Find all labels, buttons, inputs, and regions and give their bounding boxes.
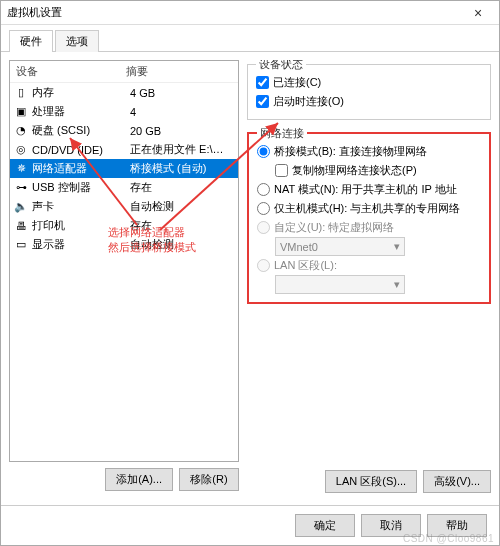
bridge-label: 桥接模式(B): 直接连接物理网络: [274, 144, 427, 159]
device-summary: 正在使用文件 E:\镜像\CentO...: [130, 142, 234, 157]
device-icon: ▣: [14, 105, 28, 119]
lan-label: LAN 区段(L):: [274, 258, 337, 273]
network-title: 网络连接: [257, 126, 307, 141]
advanced-button[interactable]: 高级(V)...: [423, 470, 491, 493]
replicate-checkbox[interactable]: [275, 164, 288, 177]
bridge-radio[interactable]: [257, 145, 270, 158]
vmnet-select: VMnet0 ▾: [275, 237, 405, 256]
help-button[interactable]: 帮助: [427, 514, 487, 537]
col-summary: 摘要: [120, 61, 238, 82]
nat-label: NAT 模式(N): 用于共享主机的 IP 地址: [274, 182, 457, 197]
lan-seg-button[interactable]: LAN 区段(S)...: [325, 470, 417, 493]
tab-hardware[interactable]: 硬件: [9, 30, 53, 52]
device-name: 硬盘 (SCSI): [32, 123, 126, 138]
custom-radio[interactable]: [257, 221, 270, 234]
device-name: CD/DVD (IDE): [32, 144, 126, 156]
connected-checkbox[interactable]: [256, 76, 269, 89]
device-row[interactable]: ▯内存4 GB: [10, 83, 238, 102]
device-name: USB 控制器: [32, 180, 126, 195]
device-status-group: 设备状态 已连接(C) 启动时连接(O): [247, 64, 491, 120]
device-summary: 4: [130, 106, 234, 118]
chevron-down-icon: ▾: [394, 278, 400, 291]
cancel-button[interactable]: 取消: [361, 514, 421, 537]
vmnet-value: VMnet0: [280, 241, 318, 253]
device-icon: ✵: [14, 162, 28, 176]
device-icon: 🖶: [14, 219, 28, 233]
custom-label: 自定义(U): 特定虚拟网络: [274, 220, 394, 235]
device-row[interactable]: ✵网络适配器桥接模式 (自动): [10, 159, 238, 178]
device-summary: 4 GB: [130, 87, 234, 99]
device-icon: ◔: [14, 124, 28, 138]
device-name: 处理器: [32, 104, 126, 119]
device-summary: 自动检测: [130, 199, 234, 214]
device-name: 打印机: [32, 218, 126, 233]
custom-row[interactable]: 自定义(U): 特定虚拟网络: [257, 218, 481, 237]
settings-panel: 设备状态 已连接(C) 启动时连接(O) 网络连接 桥接模式(B): 直接连接物…: [247, 60, 491, 497]
hardware-panel: 设备 摘要 ▯内存4 GB▣处理器4◔硬盘 (SCSI)20 GB◎CD/DVD…: [9, 60, 239, 497]
lan-row[interactable]: LAN 区段(L):: [257, 256, 481, 275]
device-row[interactable]: 🔈声卡自动检测: [10, 197, 238, 216]
content-area: 设备 摘要 ▯内存4 GB▣处理器4◔硬盘 (SCSI)20 GB◎CD/DVD…: [1, 52, 499, 505]
close-icon[interactable]: ×: [463, 5, 493, 21]
chevron-down-icon: ▾: [394, 240, 400, 253]
replicate-row[interactable]: 复制物理网络连接状态(P): [275, 161, 481, 180]
device-row[interactable]: 🖶打印机存在: [10, 216, 238, 235]
lan-select: ▾: [275, 275, 405, 294]
right-button-bar: LAN 区段(S)... 高级(V)...: [247, 470, 491, 497]
bridge-row[interactable]: 桥接模式(B): 直接连接物理网络: [257, 142, 481, 161]
window-title: 虚拟机设置: [7, 5, 62, 20]
titlebar: 虚拟机设置 ×: [1, 1, 499, 25]
hostonly-row[interactable]: 仅主机模式(H): 与主机共享的专用网络: [257, 199, 481, 218]
device-name: 网络适配器: [32, 161, 126, 176]
device-list: 设备 摘要 ▯内存4 GB▣处理器4◔硬盘 (SCSI)20 GB◎CD/DVD…: [9, 60, 239, 462]
hostonly-radio[interactable]: [257, 202, 270, 215]
connect-power-row[interactable]: 启动时连接(O): [256, 92, 482, 111]
nat-radio[interactable]: [257, 183, 270, 196]
ok-button[interactable]: 确定: [295, 514, 355, 537]
left-button-bar: 添加(A)... 移除(R): [9, 462, 239, 497]
device-row[interactable]: ▣处理器4: [10, 102, 238, 121]
status-title: 设备状态: [256, 60, 306, 72]
remove-button[interactable]: 移除(R): [179, 468, 239, 491]
device-icon: ◎: [14, 143, 28, 157]
lan-radio[interactable]: [257, 259, 270, 272]
device-row[interactable]: ▭显示器自动检测: [10, 235, 238, 254]
device-row[interactable]: ⊶USB 控制器存在: [10, 178, 238, 197]
device-summary: 自动检测: [130, 237, 234, 252]
network-group: 网络连接 桥接模式(B): 直接连接物理网络 复制物理网络连接状态(P) NAT…: [247, 132, 491, 304]
list-header: 设备 摘要: [10, 61, 238, 83]
device-row[interactable]: ◎CD/DVD (IDE)正在使用文件 E:\镜像\CentO...: [10, 140, 238, 159]
vm-settings-dialog: 虚拟机设置 × 硬件 选项 设备 摘要 ▯内存4 GB▣处理器4◔硬盘 (SCS…: [0, 0, 500, 546]
device-summary: 桥接模式 (自动): [130, 161, 234, 176]
connected-row[interactable]: 已连接(C): [256, 73, 482, 92]
connect-power-label: 启动时连接(O): [273, 94, 344, 109]
add-button[interactable]: 添加(A)...: [105, 468, 173, 491]
nat-row[interactable]: NAT 模式(N): 用于共享主机的 IP 地址: [257, 180, 481, 199]
col-device: 设备: [10, 61, 120, 82]
device-summary: 20 GB: [130, 125, 234, 137]
tab-strip: 硬件 选项: [1, 25, 499, 52]
device-summary: 存在: [130, 180, 234, 195]
device-name: 内存: [32, 85, 126, 100]
device-summary: 存在: [130, 218, 234, 233]
device-name: 显示器: [32, 237, 126, 252]
connected-label: 已连接(C): [273, 75, 321, 90]
device-name: 声卡: [32, 199, 126, 214]
device-icon: ⊶: [14, 181, 28, 195]
hostonly-label: 仅主机模式(H): 与主机共享的专用网络: [274, 201, 460, 216]
connect-power-checkbox[interactable]: [256, 95, 269, 108]
replicate-label: 复制物理网络连接状态(P): [292, 163, 417, 178]
device-icon: 🔈: [14, 200, 28, 214]
footer-buttons: 确定 取消 帮助: [1, 505, 499, 545]
tab-options[interactable]: 选项: [55, 30, 99, 52]
device-icon: ▯: [14, 86, 28, 100]
device-icon: ▭: [14, 238, 28, 252]
device-row[interactable]: ◔硬盘 (SCSI)20 GB: [10, 121, 238, 140]
